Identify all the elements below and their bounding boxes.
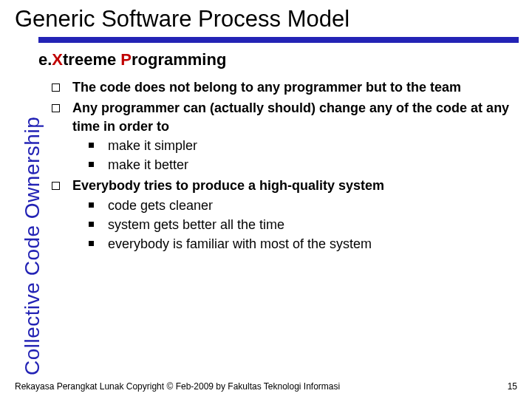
subtitle-part-treeme: treeme <box>63 50 120 69</box>
bullet-item: The code does not belong to any programm… <box>52 78 532 96</box>
sub-bullet-item: code gets cleaner <box>89 197 532 214</box>
sub-bullet-list: make it simpler make it better <box>72 137 532 174</box>
subtitle: e.Xtreeme Programming <box>38 50 532 69</box>
sub-bullet-item: make it better <box>89 156 532 174</box>
subtitle-part-e: e. <box>38 50 52 69</box>
bullet-item: Any programmer can (actually should) cha… <box>52 99 532 174</box>
content-area: e.Xtreeme Programming The code does not … <box>0 43 532 253</box>
slide-header: Generic Software Process Model <box>0 0 532 35</box>
bullet-list: The code does not belong to any programm… <box>38 78 532 253</box>
sub-bullet-list: code gets cleaner system gets better all… <box>72 197 532 253</box>
bullet-text: Any programmer can (actually should) cha… <box>72 100 509 133</box>
title-underline <box>38 37 519 43</box>
subtitle-part-x: X <box>52 50 63 69</box>
footer-text: Rekayasa Perangkat Lunak Copyright © Feb… <box>15 381 340 392</box>
sub-bullet-item: make it simpler <box>89 137 532 154</box>
subtitle-part-rogramming: rogramming <box>132 50 226 69</box>
bullet-item: Everybody tries to produce a high-qualit… <box>52 177 532 253</box>
bullet-text: The code does not belong to any programm… <box>72 80 461 95</box>
subtitle-part-p: P <box>120 50 132 69</box>
slide-title: Generic Software Process Model <box>15 6 517 33</box>
sub-bullet-item: everybody is familiar with most of the s… <box>89 235 532 253</box>
slide-number: 15 <box>508 381 517 392</box>
slide-footer: Rekayasa Perangkat Lunak Copyright © Feb… <box>15 381 517 392</box>
bullet-text: Everybody tries to produce a high-qualit… <box>72 178 384 193</box>
sub-bullet-item: system gets better all the time <box>89 216 532 233</box>
